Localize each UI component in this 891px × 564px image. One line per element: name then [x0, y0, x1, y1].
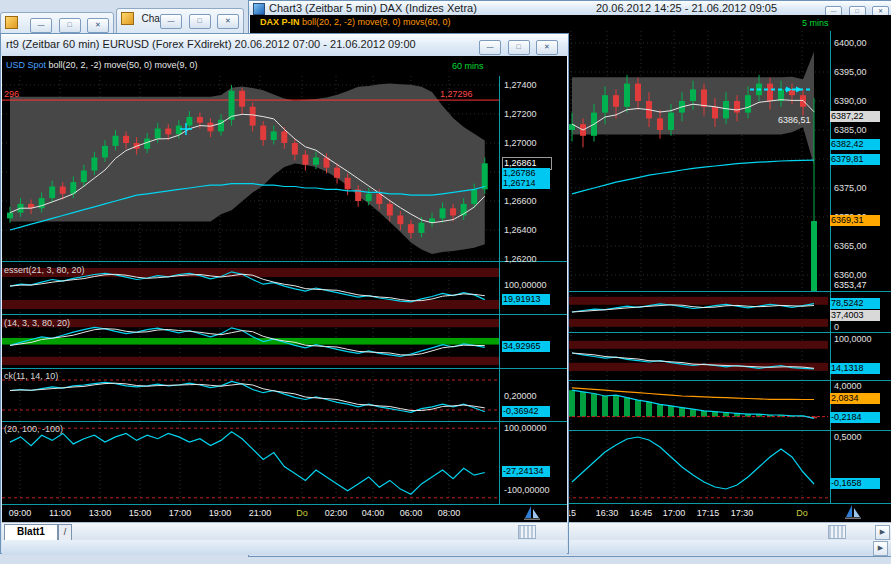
indicator-value-box: 2,0834 — [830, 393, 880, 404]
time-tick: 17:00 — [657, 508, 691, 518]
timeframe-badge: 5 mins — [802, 18, 829, 28]
indicator-value-box: 19,91913 — [502, 294, 550, 305]
indicator-tick: -100,00000 — [504, 485, 550, 495]
indicator-tick: 100,00000 — [504, 423, 547, 433]
price-tick: 1,27200 — [504, 109, 537, 119]
price-tick: 6395,00 — [834, 67, 867, 77]
symbol-label: USD Spot — [6, 60, 46, 70]
dax-date-range: 20.06.2012 14:25 - 21.06.2012 09:05 — [596, 2, 777, 14]
price-tick: 6360,00 — [834, 270, 867, 280]
price-tick: 6365,00 — [834, 241, 867, 251]
time-tick: 09:00 — [3, 508, 37, 518]
eurusd-plot-svg[interactable] — [2, 56, 567, 522]
panel-label: (20, 100, -100) — [4, 424, 63, 434]
price-tick: 6375,00 — [834, 183, 867, 193]
price-tick: 1,26400 — [504, 225, 537, 235]
indicator-tick: 0 — [834, 322, 839, 332]
price-box: 1,26786 — [502, 168, 550, 179]
price-float-label: 6353,47 — [834, 280, 867, 290]
price-tick: 6385,00 — [834, 125, 867, 135]
price-float-label: 6386,51 — [778, 115, 811, 125]
close-button[interactable]: ✕ — [217, 14, 239, 29]
time-tick: Do — [285, 508, 319, 518]
time-tick: 17:00 — [163, 508, 197, 518]
timeframe-badge: 60 mins — [452, 61, 484, 71]
symbol-label: DAX P-IN — [260, 17, 300, 27]
dax-titlebar[interactable]: Chart3 (Zeitbar 5 min) DAX (Indizes Xetr… — [249, 1, 891, 15]
logo-sail-icon — [845, 504, 861, 520]
close-button[interactable]: ✕ — [536, 40, 558, 55]
indicator-value-box: 14,1318 — [830, 363, 880, 374]
indicator-tick: 100,00000 — [504, 280, 547, 290]
panel-label: essert(21, 3, 80, 20) — [4, 265, 85, 275]
eurusd-titlebar[interactable]: rt9 (Zeitbar 60 min) EURUSD (Forex FXdir… — [1, 34, 568, 56]
indicator-value-box: 37,4003 — [830, 310, 880, 321]
panel-label: (14, 3, 3, 80, 20) — [4, 318, 70, 328]
minimize-button[interactable]: — — [479, 40, 501, 55]
time-tick: 02:00 — [319, 508, 353, 518]
indicator-value-box: -0,1658 — [830, 478, 880, 489]
time-tick: 13:00 — [83, 508, 117, 518]
time-tick: 16:30 — [590, 508, 624, 518]
chart-window-icon — [121, 12, 134, 25]
window-icon — [5, 16, 18, 29]
price-tick: 1,27400 — [504, 80, 537, 90]
price-tick: 1,26200 — [504, 254, 537, 264]
time-tick: 21:00 — [243, 508, 277, 518]
alert-line-label: 1,27296 — [440, 89, 473, 99]
horizontal-scrollbar[interactable]: Blatt1 / — [2, 522, 567, 541]
indicator-params-label: boll(20, 2, -2) move(50, 0) move(9, 0) — [49, 60, 198, 70]
alert-line-label-partial: 296 — [4, 89, 19, 99]
indicator-value-box: 78,5242 — [830, 298, 880, 309]
price-tick: 6400,00 — [834, 38, 867, 48]
logo-sail-icon — [524, 505, 540, 521]
time-tick: 11:00 — [43, 508, 77, 518]
scrollbar-grip[interactable] — [828, 525, 846, 539]
indicator-tick: 0,20000 — [504, 391, 537, 401]
indicator-params-label: boll(20, 2, -2) move(9, 0) movs(60, 0) — [302, 17, 451, 27]
indicator-value-box: -0,36942 — [502, 406, 550, 417]
minimize-button[interactable]: — — [30, 18, 52, 33]
sheet-tab-blatt1[interactable]: Blatt1 — [4, 524, 58, 541]
maximize-button[interactable]: □ — [189, 14, 211, 29]
price-box: 1,26714 — [502, 178, 550, 189]
mdi-workspace: — □ ✕ Cha... — □ ✕ Chart3 (Zeitbar 5 min… — [0, 0, 891, 564]
panel-label: ck(11, 14, 10) — [4, 371, 58, 381]
sheet-tab-divider[interactable]: / — [58, 524, 72, 541]
maximize-button[interactable]: □ — [508, 40, 530, 55]
maximize-button[interactable]: □ — [59, 18, 81, 33]
time-tick: 04:00 — [356, 508, 390, 518]
close-button[interactable]: ✕ — [87, 18, 109, 33]
dax-window-title: Chart3 (Zeitbar 5 min) DAX (Indizes Xetr… — [269, 2, 477, 14]
time-tick: 16:45 — [624, 508, 658, 518]
indicator-tick: 4,0000 — [834, 381, 862, 391]
price-box: 6369,31 — [830, 215, 880, 226]
time-tick: 19:00 — [203, 508, 237, 518]
window-frame — [2, 540, 567, 555]
time-tick: 08:00 — [432, 508, 466, 518]
indicator-value-box: 34,92965 — [502, 341, 550, 352]
background-window-fragment: Cha... — □ ✕ — [116, 8, 244, 35]
price-tick: 6390,00 — [834, 96, 867, 106]
background-window-fragment: — □ ✕ — [0, 12, 114, 35]
price-tick: 1,26600 — [504, 196, 537, 206]
eurusd-chart-area[interactable]: USD Spot boll(20, 2, -2) move(50, 0) mov… — [2, 56, 567, 522]
indicator-tick: 0,5000 — [834, 432, 862, 442]
eurusd-window-title: rt9 (Zeitbar 60 min) EURUSD (Forex FXdir… — [6, 38, 416, 50]
time-tick: 15:00 — [123, 508, 157, 518]
chart-window-icon — [253, 3, 265, 15]
price-box: 6387,22 — [830, 111, 880, 122]
indicator-value-box: -27,24134 — [502, 466, 550, 477]
indicator-tick: 100,0000 — [834, 334, 872, 344]
scroll-right-button[interactable]: ▶ — [873, 541, 888, 556]
minimize-button[interactable]: — — [160, 14, 182, 29]
time-tick: Do — [785, 508, 819, 518]
price-tick: 1,27000 — [504, 138, 537, 148]
price-box: 6382,42 — [830, 139, 880, 150]
eurusd-window: rt9 (Zeitbar 60 min) EURUSD (Forex FXdir… — [0, 33, 569, 554]
indicator-value-box: -0,2184 — [830, 412, 880, 423]
time-tick: 17:15 — [691, 508, 725, 518]
scrollbar-grip[interactable] — [518, 525, 536, 539]
price-box: 6379,81 — [830, 154, 880, 165]
scroll-right-button[interactable]: ▶ — [875, 525, 890, 540]
